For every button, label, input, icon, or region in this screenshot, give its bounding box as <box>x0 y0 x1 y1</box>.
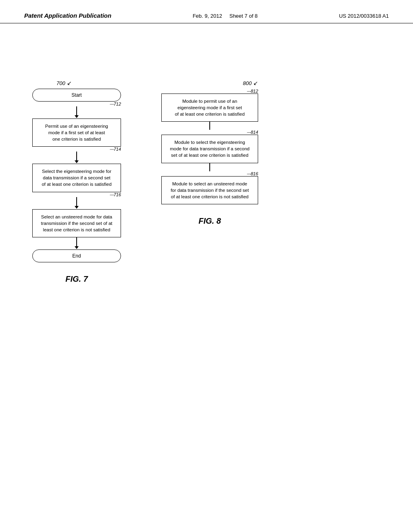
arrow-to-716: ⸻716 <box>32 192 121 209</box>
fig7-label: FIG. 7 <box>65 274 88 284</box>
arrow-to-end <box>75 237 79 249</box>
patent-number: US 2012/0033618 A1 <box>339 13 389 19</box>
fig7-title: 700 <box>56 80 65 86</box>
end-box: End <box>32 249 121 262</box>
fig8-container: 800 ↙ ⸻812 Module to permit use of an ei… <box>161 80 258 226</box>
block-814-box: Module to select the eigensteering mode … <box>161 135 258 163</box>
arrow-to-714: ⸻714 <box>32 147 121 164</box>
step-712-box: Permit use of an eigensteering mode if a… <box>32 118 121 147</box>
start-box: Start <box>32 89 121 102</box>
page: Patent Application Publication Feb. 9, 2… <box>0 0 413 532</box>
block-812-box: Module to permit use of an eigensteering… <box>161 94 258 122</box>
step-716-box: Select an unsteered mode for data transm… <box>32 209 121 237</box>
fig8-title: 800 <box>243 80 252 86</box>
fig8-label: FIG. 8 <box>198 216 221 226</box>
date: Feb. 9, 2012 <box>193 13 222 19</box>
line-812-814 <box>209 122 210 130</box>
step-714-box: Select the eigensteering mode for data t… <box>32 164 121 192</box>
label-816-area: ⸻816 <box>161 171 258 176</box>
publication-label: Patent Application Publication <box>24 12 111 19</box>
step-712-label: ⸻712 <box>109 102 121 106</box>
date-sheet: Feb. 9, 2012 Sheet 7 of 8 <box>193 13 258 19</box>
fig7-title-area: 700 ↙ <box>56 80 72 86</box>
fig7-container: 700 ↙ Start ⸻712 Permit use of an eigens… <box>32 80 121 284</box>
step-716-label: ⸻716 <box>109 192 121 197</box>
step-714-label: ⸻714 <box>109 147 121 152</box>
line-814-816 <box>209 163 210 171</box>
label-814-area: ⸻814 <box>161 130 258 135</box>
block-816-label: ⸻816 <box>246 171 258 176</box>
arrow-to-712: ⸻712 <box>32 102 121 118</box>
block-814-label: ⸻814 <box>246 130 258 135</box>
block-816-box: Module to select an unsteered mode for d… <box>161 176 258 204</box>
fig8-title-area: 800 ↙ <box>243 80 258 86</box>
fig7-arrow-icon: ↙ <box>67 80 72 86</box>
main-content: 700 ↙ Start ⸻712 Permit use of an eigens… <box>0 64 413 300</box>
page-header: Patent Application Publication Feb. 9, 2… <box>0 0 413 23</box>
label-812-area: ⸻812 <box>161 89 258 94</box>
block-812-label: ⸻812 <box>246 89 258 94</box>
fig7-flowchart: Start ⸻712 Permit use of an eigensteerin… <box>32 89 121 284</box>
fig8-arrow-icon: ↙ <box>253 80 258 86</box>
sheet: Sheet 7 of 8 <box>229 13 258 19</box>
fig8-blocks: ⸻812 Module to permit use of an eigenste… <box>161 89 258 226</box>
